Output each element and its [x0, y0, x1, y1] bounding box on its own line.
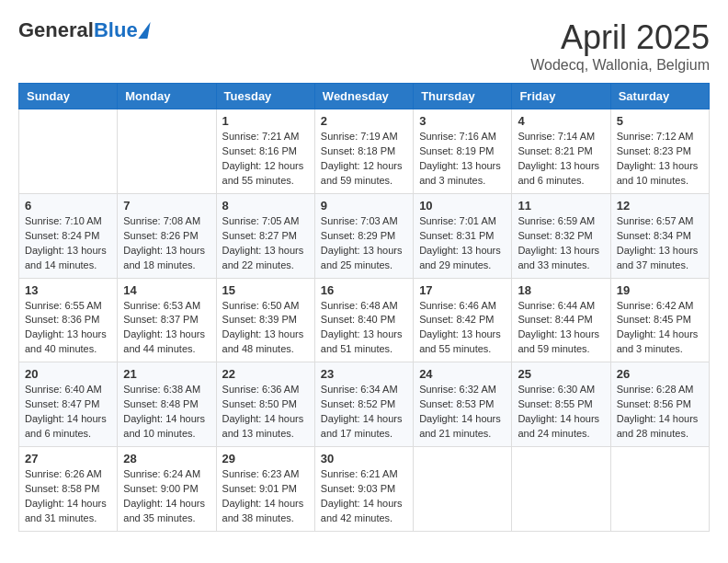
cell-content: Sunrise: 6:40 AMSunset: 8:47 PMDaylight:…: [25, 383, 111, 442]
cell-content: Sunrise: 6:57 AMSunset: 8:34 PMDaylight:…: [617, 214, 703, 273]
cell-line: Daylight: 14 hours and 35 minutes.: [123, 497, 210, 526]
cell-content: Sunrise: 7:01 AMSunset: 8:31 PMDaylight:…: [419, 214, 506, 273]
day-number: 1: [222, 114, 309, 128]
title-section: April 2025 Wodecq, Wallonia, Belgium: [530, 18, 710, 74]
day-header-monday: Monday: [118, 84, 216, 109]
cell-content: Sunrise: 7:03 AMSunset: 8:29 PMDaylight:…: [321, 214, 407, 273]
cell-content: Sunrise: 6:53 AMSunset: 8:37 PMDaylight:…: [123, 299, 210, 358]
calendar-cell: 28Sunrise: 6:24 AMSunset: 9:00 PMDayligh…: [118, 447, 216, 532]
logo-blue-text: Blue: [94, 18, 138, 42]
cell-line: Sunset: 8:42 PM: [419, 313, 506, 327]
cell-line: Daylight: 12 hours and 59 minutes.: [321, 159, 407, 189]
calendar-cell: 20Sunrise: 6:40 AMSunset: 8:47 PMDayligh…: [19, 362, 118, 447]
calendar-cell: [512, 447, 610, 532]
cell-line: Sunset: 8:40 PM: [321, 313, 407, 327]
cell-line: Sunset: 8:16 PM: [222, 144, 309, 159]
calendar-cell: 29Sunrise: 6:23 AMSunset: 9:01 PMDayligh…: [216, 447, 314, 532]
cell-line: Sunset: 9:01 PM: [222, 482, 309, 497]
day-number: 20: [25, 367, 111, 381]
cell-line: Daylight: 14 hours and 24 minutes.: [518, 412, 604, 442]
day-number: 23: [321, 367, 407, 381]
cell-line: Daylight: 13 hours and 18 minutes.: [123, 244, 210, 273]
cell-line: Sunset: 8:37 PM: [123, 313, 210, 327]
cell-line: Daylight: 13 hours and 59 minutes.: [518, 327, 604, 357]
cell-line: Sunrise: 6:28 AM: [617, 383, 703, 397]
calendar-table: SundayMondayTuesdayWednesdayThursdayFrid…: [18, 83, 710, 532]
calendar-cell: 9Sunrise: 7:03 AMSunset: 8:29 PMDaylight…: [314, 193, 413, 278]
cell-line: Sunset: 8:36 PM: [25, 313, 111, 327]
cell-line: Daylight: 12 hours and 55 minutes.: [222, 159, 309, 189]
cell-line: Sunrise: 7:10 AM: [25, 214, 111, 229]
week-row-3: 13Sunrise: 6:55 AMSunset: 8:36 PMDayligh…: [19, 278, 710, 362]
calendar-cell: 23Sunrise: 6:34 AMSunset: 8:52 PMDayligh…: [314, 362, 413, 447]
cell-line: Sunrise: 6:34 AM: [321, 383, 407, 397]
cell-content: Sunrise: 6:21 AMSunset: 9:03 PMDaylight:…: [321, 467, 407, 526]
calendar-cell: 8Sunrise: 7:05 AMSunset: 8:27 PMDaylight…: [216, 193, 314, 278]
day-number: 8: [222, 199, 309, 213]
calendar-cell: 1Sunrise: 7:21 AMSunset: 8:16 PMDaylight…: [216, 109, 314, 194]
calendar-cell: 19Sunrise: 6:42 AMSunset: 8:45 PMDayligh…: [610, 278, 709, 362]
calendar-cell: 6Sunrise: 7:10 AMSunset: 8:24 PMDaylight…: [19, 193, 118, 278]
calendar-cell: [118, 109, 216, 194]
cell-line: Daylight: 14 hours and 28 minutes.: [617, 412, 703, 442]
calendar-cell: 7Sunrise: 7:08 AMSunset: 8:26 PMDaylight…: [118, 193, 216, 278]
day-number: 25: [518, 367, 604, 381]
calendar-cell: 16Sunrise: 6:48 AMSunset: 8:40 PMDayligh…: [314, 278, 413, 362]
cell-line: Sunset: 8:44 PM: [518, 313, 604, 327]
day-number: 13: [25, 283, 111, 297]
cell-content: Sunrise: 7:10 AMSunset: 8:24 PMDaylight:…: [25, 214, 111, 273]
cell-line: Sunset: 8:45 PM: [617, 313, 703, 327]
cell-line: Sunrise: 6:59 AM: [518, 214, 604, 229]
cell-line: Daylight: 14 hours and 38 minutes.: [222, 497, 309, 526]
calendar-cell: [19, 109, 118, 194]
cell-content: Sunrise: 6:38 AMSunset: 8:48 PMDaylight:…: [123, 383, 210, 442]
cell-line: Daylight: 14 hours and 17 minutes.: [321, 412, 407, 442]
cell-line: Sunrise: 6:48 AM: [321, 299, 407, 314]
day-number: 15: [222, 283, 309, 297]
day-number: 11: [518, 199, 604, 213]
cell-line: Sunset: 8:24 PM: [25, 229, 111, 244]
cell-line: Sunrise: 7:05 AM: [222, 214, 309, 229]
day-number: 12: [617, 199, 703, 213]
cell-line: Sunrise: 6:23 AM: [222, 467, 309, 482]
cell-line: Sunrise: 7:12 AM: [617, 130, 703, 144]
cell-line: Sunset: 8:29 PM: [321, 229, 407, 244]
day-number: 28: [123, 452, 210, 465]
cell-content: Sunrise: 7:14 AMSunset: 8:21 PMDaylight:…: [518, 130, 604, 189]
week-row-5: 27Sunrise: 6:26 AMSunset: 8:58 PMDayligh…: [19, 447, 710, 532]
cell-line: Daylight: 13 hours and 10 minutes.: [617, 159, 703, 189]
day-header-wednesday: Wednesday: [314, 84, 413, 109]
cell-line: Sunset: 8:26 PM: [123, 229, 210, 244]
cell-line: Daylight: 13 hours and 33 minutes.: [518, 244, 604, 273]
cell-line: Sunset: 8:58 PM: [25, 482, 111, 497]
cell-content: Sunrise: 7:16 AMSunset: 8:19 PMDaylight:…: [419, 130, 506, 189]
logo-general-text: General: [18, 18, 94, 42]
cell-content: Sunrise: 6:42 AMSunset: 8:45 PMDaylight:…: [617, 299, 703, 358]
calendar-cell: 11Sunrise: 6:59 AMSunset: 8:32 PMDayligh…: [512, 193, 610, 278]
week-row-1: 1Sunrise: 7:21 AMSunset: 8:16 PMDaylight…: [19, 109, 710, 194]
cell-line: Daylight: 13 hours and 14 minutes.: [25, 244, 111, 273]
cell-line: Sunset: 8:27 PM: [222, 229, 309, 244]
cell-line: Daylight: 13 hours and 22 minutes.: [222, 244, 309, 273]
cell-line: Sunrise: 7:01 AM: [419, 214, 506, 229]
day-number: 4: [518, 114, 604, 128]
cell-line: Daylight: 13 hours and 29 minutes.: [419, 244, 506, 273]
cell-content: Sunrise: 6:36 AMSunset: 8:50 PMDaylight:…: [222, 383, 309, 442]
cell-content: Sunrise: 6:34 AMSunset: 8:52 PMDaylight:…: [321, 383, 407, 442]
cell-line: Sunrise: 6:57 AM: [617, 214, 703, 229]
cell-line: Sunrise: 7:08 AM: [123, 214, 210, 229]
cell-content: Sunrise: 7:12 AMSunset: 8:23 PMDaylight:…: [617, 130, 703, 189]
day-number: 22: [222, 367, 309, 381]
cell-line: Sunset: 8:50 PM: [222, 397, 309, 412]
calendar-cell: 14Sunrise: 6:53 AMSunset: 8:37 PMDayligh…: [118, 278, 216, 362]
cell-content: Sunrise: 7:19 AMSunset: 8:18 PMDaylight:…: [321, 130, 407, 189]
calendar-cell: [610, 447, 709, 532]
calendar-cell: 18Sunrise: 6:44 AMSunset: 8:44 PMDayligh…: [512, 278, 610, 362]
cell-line: Sunset: 8:19 PM: [419, 144, 506, 159]
day-number: 17: [419, 283, 506, 297]
cell-line: Daylight: 14 hours and 42 minutes.: [321, 497, 407, 526]
cell-line: Sunset: 8:32 PM: [518, 229, 604, 244]
cell-content: Sunrise: 6:28 AMSunset: 8:56 PMDaylight:…: [617, 383, 703, 442]
cell-content: Sunrise: 6:46 AMSunset: 8:42 PMDaylight:…: [419, 299, 506, 358]
calendar-header-row: SundayMondayTuesdayWednesdayThursdayFrid…: [19, 84, 710, 109]
